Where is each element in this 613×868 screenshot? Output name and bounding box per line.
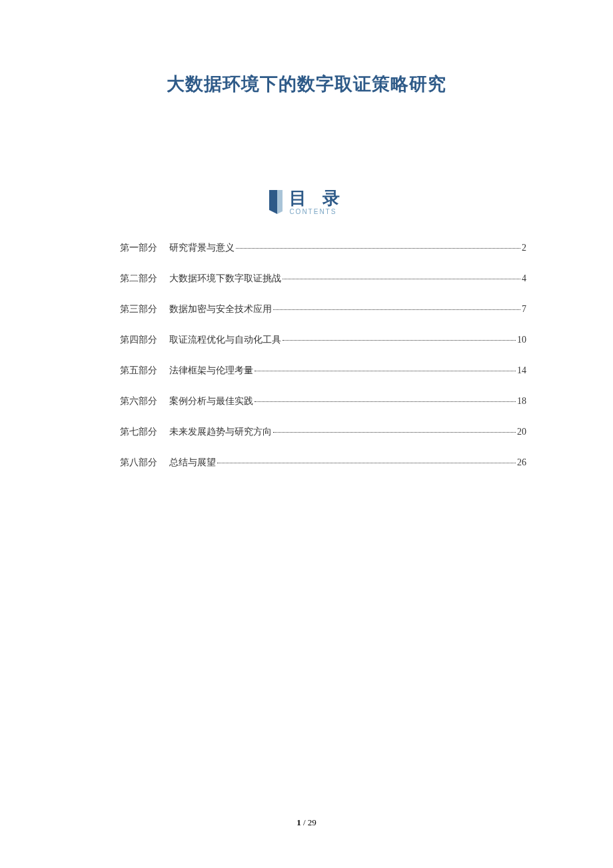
toc-part-label: 第二部分 — [120, 273, 157, 285]
toc-part-label: 第六部分 — [120, 395, 157, 407]
toc-item: 第八部分 总结与展望 26 — [120, 457, 526, 469]
toc-title-en: CONTENTS — [289, 208, 336, 215]
svg-marker-1 — [277, 190, 283, 214]
document-title: 大数据环境下的数字取证策略研究 — [80, 72, 533, 96]
toc-leader-dots — [273, 432, 516, 433]
toc-leader-dots — [273, 309, 520, 310]
toc-leader-dots — [236, 248, 520, 249]
toc-chapter-title: 研究背景与意义 — [169, 242, 235, 254]
toc-page-number: 7 — [522, 304, 526, 315]
toc-title-block: 目 录 CONTENTS — [289, 189, 344, 215]
toc-page-number: 2 — [522, 243, 526, 253]
document-page: 大数据环境下的数字取证策略研究 目 录 CONTENTS 第一部分 研究背景与意… — [0, 0, 613, 469]
toc-header: 目 录 CONTENTS — [80, 189, 533, 215]
toc-title-cn: 目 录 — [289, 189, 344, 207]
toc-part-label: 第五部分 — [120, 365, 157, 377]
toc-item: 第七部分 未来发展趋势与研究方向 20 — [120, 426, 526, 438]
toc-icon — [268, 190, 284, 215]
toc-page-number: 4 — [522, 273, 526, 284]
toc-item: 第二部分 大数据环境下数字取证挑战 4 — [120, 273, 526, 285]
toc-item: 第一部分 研究背景与意义 2 — [120, 242, 526, 254]
toc-part-label: 第七部分 — [120, 426, 157, 438]
toc-chapter-title: 案例分析与最佳实践 — [169, 395, 253, 407]
toc-item: 第四部分 取证流程优化与自动化工具 10 — [120, 334, 526, 346]
page-footer: 1 / 29 — [0, 817, 613, 828]
toc-list: 第一部分 研究背景与意义 2 第二部分 大数据环境下数字取证挑战 4 第三部分 … — [120, 242, 526, 469]
toc-chapter-title: 取证流程优化与自动化工具 — [169, 334, 281, 346]
svg-marker-0 — [269, 190, 277, 214]
toc-page-number: 18 — [517, 396, 526, 407]
toc-page-number: 26 — [517, 457, 526, 468]
toc-page-number: 20 — [517, 427, 526, 437]
toc-item: 第三部分 数据加密与安全技术应用 7 — [120, 303, 526, 315]
toc-leader-dots — [255, 401, 516, 402]
toc-item: 第五部分 法律框架与伦理考量 14 — [120, 365, 526, 377]
toc-leader-dots — [255, 371, 516, 371]
toc-page-number: 10 — [517, 335, 526, 345]
page-separator: / — [301, 817, 308, 827]
total-page-number: 29 — [308, 817, 316, 827]
toc-chapter-title: 法律框架与伦理考量 — [169, 365, 253, 377]
toc-item: 第六部分 案例分析与最佳实践 18 — [120, 395, 526, 407]
toc-leader-dots — [217, 463, 516, 463]
toc-chapter-title: 大数据环境下数字取证挑战 — [169, 273, 281, 285]
toc-part-label: 第一部分 — [120, 242, 157, 254]
toc-leader-dots — [283, 279, 520, 279]
toc-chapter-title: 未来发展趋势与研究方向 — [169, 426, 272, 438]
toc-page-number: 14 — [517, 365, 526, 376]
toc-part-label: 第三部分 — [120, 303, 157, 315]
toc-part-label: 第四部分 — [120, 334, 157, 346]
toc-part-label: 第八部分 — [120, 457, 157, 469]
toc-chapter-title: 总结与展望 — [169, 457, 216, 469]
toc-chapter-title: 数据加密与安全技术应用 — [169, 303, 272, 315]
toc-leader-dots — [283, 340, 516, 341]
